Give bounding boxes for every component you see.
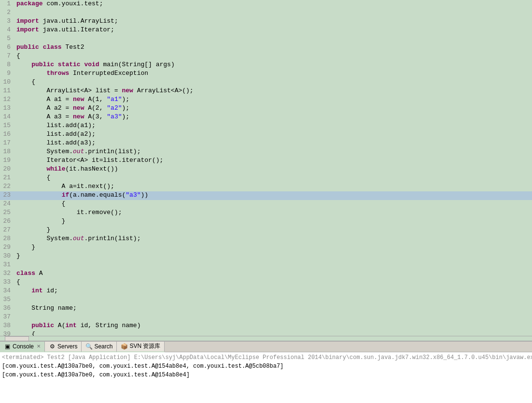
code-row: 6public class Test2 bbox=[0, 43, 532, 52]
code-row: 3import java.util.ArrayList; bbox=[0, 17, 532, 26]
code-row: 25 it.remove(); bbox=[0, 209, 532, 217]
code-line-content: A a3 = new A(3, "a3"); bbox=[14, 113, 532, 122]
line-number: 2 bbox=[0, 9, 14, 17]
line-number: 7 bbox=[0, 52, 14, 61]
code-line-content: A a1 = new A(1, "a1"); bbox=[14, 96, 532, 104]
code-row: 18 System.out.println(list); bbox=[0, 148, 532, 157]
tab-console[interactable]: ▣Console✕ bbox=[0, 342, 45, 352]
code-row: 26 } bbox=[0, 217, 532, 226]
code-row: 16 list.add(a2); bbox=[0, 130, 532, 139]
code-row: 1package com.youxi.test; bbox=[0, 0, 532, 9]
code-line-content: A a2 = new A(2, "a2"); bbox=[14, 104, 532, 113]
code-line-content: } bbox=[14, 217, 532, 226]
code-row: 10 { bbox=[0, 78, 532, 87]
tab-close-button[interactable]: ✕ bbox=[37, 344, 41, 349]
code-line-content: list.add(a1); bbox=[14, 122, 532, 130]
line-number: 28 bbox=[0, 235, 14, 244]
code-line-content: import java.util.ArrayList; bbox=[14, 17, 532, 26]
line-number: 19 bbox=[0, 157, 14, 165]
line-number: 31 bbox=[0, 261, 14, 270]
line-number: 38 bbox=[0, 322, 14, 331]
code-row: 24 { bbox=[0, 200, 532, 209]
line-number: 1 bbox=[0, 0, 14, 9]
line-number: 6 bbox=[0, 43, 14, 52]
line-number: 5 bbox=[0, 35, 14, 43]
code-row: 31 bbox=[0, 261, 532, 270]
line-number: 37 bbox=[0, 313, 14, 322]
code-row: 38 public A(int id, String name) bbox=[0, 322, 532, 331]
line-number: 24 bbox=[0, 200, 14, 209]
code-line-content: package com.youxi.test; bbox=[14, 0, 532, 9]
code-line-content: } bbox=[14, 226, 532, 235]
editor-area[interactable]: 1package com.youxi.test;2 3import java.u… bbox=[0, 0, 532, 341]
code-row: 30} bbox=[0, 252, 532, 261]
console-output: <terminated> Test2 [Java Application] E:… bbox=[0, 352, 532, 403]
code-line-content bbox=[14, 313, 532, 322]
code-line-content: { bbox=[14, 78, 532, 87]
line-number: 12 bbox=[0, 96, 14, 104]
line-number: 32 bbox=[0, 270, 14, 278]
line-number: 8 bbox=[0, 61, 14, 70]
line-number: 30 bbox=[0, 252, 14, 261]
code-row: 36 String name; bbox=[0, 304, 532, 313]
line-number: 16 bbox=[0, 130, 14, 139]
code-line-content: import java.util.Iterator; bbox=[14, 26, 532, 35]
code-line-content: { bbox=[14, 52, 532, 61]
tab-bar: ▣Console✕⚙Servers🔍Search📦SVN 资源库 bbox=[0, 342, 532, 352]
code-row: 32class A bbox=[0, 270, 532, 278]
code-row: 34 int id; bbox=[0, 287, 532, 296]
horizontal-scrollbar[interactable] bbox=[0, 336, 532, 341]
tab-label: Search bbox=[94, 343, 112, 350]
code-line-content: if(a.name.equals("a3")) bbox=[14, 191, 532, 200]
line-number: 4 bbox=[0, 26, 14, 35]
tab-search[interactable]: 🔍Search bbox=[82, 342, 117, 352]
tab-svn[interactable]: 📦SVN 资源库 bbox=[117, 342, 165, 352]
line-number: 10 bbox=[0, 78, 14, 87]
line-number: 11 bbox=[0, 87, 14, 96]
code-line-content: public class Test2 bbox=[14, 43, 532, 52]
tab-servers[interactable]: ⚙Servers bbox=[45, 342, 82, 352]
code-line-content: public static void main(String[] args) bbox=[14, 61, 532, 70]
code-row: 17 list.add(a3); bbox=[0, 139, 532, 148]
line-number: 15 bbox=[0, 122, 14, 130]
code-row: 19 Iterator<A> it=list.iterator(); bbox=[0, 157, 532, 165]
line-number: 25 bbox=[0, 209, 14, 217]
line-number: 29 bbox=[0, 244, 14, 252]
line-number: 14 bbox=[0, 113, 14, 122]
code-row: 15 list.add(a1); bbox=[0, 122, 532, 130]
code-row: 27 } bbox=[0, 226, 532, 235]
code-line-content: System.out.println(list); bbox=[14, 148, 532, 157]
svn-icon: 📦 bbox=[121, 343, 127, 350]
code-row: 8 public static void main(String[] args) bbox=[0, 61, 532, 70]
code-row: 14 A a3 = new A(3, "a3"); bbox=[0, 113, 532, 122]
line-number: 27 bbox=[0, 226, 14, 235]
code-line-content: System.out.println(list); bbox=[14, 235, 532, 244]
line-number: 35 bbox=[0, 296, 14, 304]
code-row: 11 ArrayList<A> list = new ArrayList<A>(… bbox=[0, 87, 532, 96]
code-table: 1package com.youxi.test;2 3import java.u… bbox=[0, 0, 532, 339]
code-line-content: { bbox=[14, 278, 532, 287]
code-line-content: it.remove(); bbox=[14, 209, 532, 217]
code-row: 7{ bbox=[0, 52, 532, 61]
code-row: 20 while(it.hasNext()) bbox=[0, 165, 532, 174]
tab-label: Console bbox=[13, 343, 34, 350]
code-row: 33{ bbox=[0, 278, 532, 287]
code-row: 4import java.util.Iterator; bbox=[0, 26, 532, 35]
line-number: 13 bbox=[0, 104, 14, 113]
code-row: 13 A a2 = new A(2, "a2"); bbox=[0, 104, 532, 113]
line-number: 18 bbox=[0, 148, 14, 157]
code-line-content: ArrayList<A> list = new ArrayList<A>(); bbox=[14, 87, 532, 96]
code-row: 2 bbox=[0, 9, 532, 17]
code-row: 28 System.out.println(list); bbox=[0, 235, 532, 244]
line-number: 17 bbox=[0, 139, 14, 148]
console-output-line: [com.youxi.test.A@130a7be0, com.youxi.te… bbox=[2, 362, 530, 371]
line-number: 9 bbox=[0, 70, 14, 78]
line-number: 26 bbox=[0, 217, 14, 226]
code-line-content: int id; bbox=[14, 287, 532, 296]
console-output-line: [com.youxi.test.A@130a7be0, com.youxi.te… bbox=[2, 371, 530, 379]
tab-label: SVN 资源库 bbox=[129, 342, 160, 350]
code-line-content bbox=[14, 35, 532, 43]
code-line-content: } bbox=[14, 244, 532, 252]
line-number: 36 bbox=[0, 304, 14, 313]
line-number: 3 bbox=[0, 17, 14, 26]
